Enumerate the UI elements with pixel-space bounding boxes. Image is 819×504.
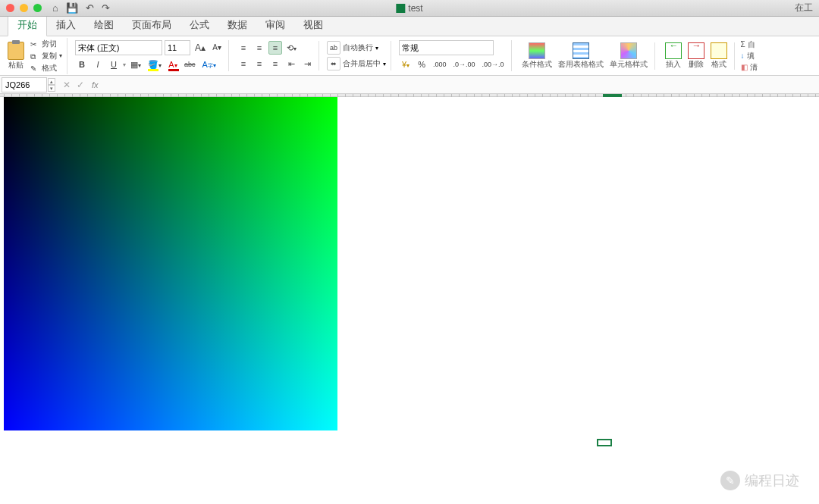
tab-view[interactable]: 视图 (294, 14, 332, 36)
home-icon[interactable]: ⌂ (52, 2, 58, 14)
percent-button[interactable]: % (415, 58, 428, 71)
cell-styles-icon (620, 42, 637, 59)
font-name-select[interactable] (75, 40, 162, 55)
formula-bar: JQ266 ▴▾ ✕ ✓ fx (0, 76, 819, 94)
comma-style-button[interactable]: .000 (431, 58, 449, 71)
selected-cell-outline (597, 439, 612, 446)
decrease-indent-button[interactable]: ⇤ (284, 57, 298, 70)
watermark-text: 编程日迹 (745, 471, 799, 490)
scissors-icon: ✂ (30, 40, 39, 48)
border-button[interactable]: ▦▾ (128, 58, 143, 71)
insert-cells-button[interactable]: ← 插入 (663, 42, 684, 70)
quick-access-toolbar: ⌂ 💾 ↶ ↷ (52, 2, 110, 14)
tab-insert[interactable]: 插入 (47, 14, 85, 36)
align-top-button[interactable]: ≡ (237, 41, 250, 55)
paste-label: 粘贴 (8, 60, 24, 70)
cell-styles-button[interactable]: 单元格样式 (607, 42, 650, 70)
align-right-button[interactable]: ≡ (268, 57, 282, 70)
italic-button[interactable]: I (91, 58, 105, 71)
increase-indent-button[interactable]: ⇥ (300, 57, 314, 70)
undo-icon[interactable]: ↶ (86, 2, 94, 14)
gradient-cells-block (4, 97, 337, 430)
maximize-window-button[interactable] (33, 4, 42, 12)
sigma-icon: Σ (741, 40, 745, 49)
tab-draw[interactable]: 绘图 (85, 14, 123, 36)
tab-formulas[interactable]: 公式 (180, 14, 218, 36)
delete-icon: → (688, 42, 704, 59)
fill-color-button[interactable]: 🪣▾ (146, 58, 164, 71)
format-painter-button[interactable]: ✎格式 (30, 63, 62, 74)
font-size-select[interactable] (165, 40, 190, 55)
tab-home[interactable]: 开始 (8, 14, 47, 36)
formula-input[interactable] (102, 77, 819, 92)
chevron-up-icon[interactable]: ▴ (48, 78, 55, 85)
bold-button[interactable]: B (75, 58, 89, 71)
font-color-button[interactable]: A▾ (166, 58, 180, 71)
excel-icon (396, 4, 405, 13)
orientation-button[interactable]: ⟲▾ (284, 41, 299, 55)
paste-icon (8, 42, 24, 60)
tab-review[interactable]: 审阅 (256, 14, 294, 36)
chevron-down-icon[interactable]: ▾ (48, 85, 55, 92)
underline-button[interactable]: U (107, 58, 121, 71)
ribbon: 粘贴 ✂剪切 ⧉复制▾ ✎格式 A▴ A▾ B I U ▾ ▦▾ 🪣▾ A▾ a… (0, 36, 819, 76)
copy-icon: ⧉ (30, 52, 39, 60)
brush-icon: ✎ (30, 64, 39, 72)
down-arrow-icon: ↓ (741, 52, 745, 60)
conditional-formatting-button[interactable]: 条件格式 (519, 42, 554, 70)
namebox-stepper[interactable]: ▴▾ (48, 78, 55, 92)
watermark-icon (720, 471, 740, 490)
decrease-font-button[interactable]: A▾ (210, 41, 224, 55)
redo-icon[interactable]: ↷ (102, 2, 110, 14)
fill-button[interactable]: ↓填 (741, 51, 758, 61)
save-icon[interactable]: 💾 (66, 2, 78, 14)
column-selection-marker (603, 94, 622, 97)
clear-button[interactable]: ◧清 (741, 62, 758, 73)
fx-icon[interactable]: fx (92, 80, 99, 89)
worksheet-area[interactable] (0, 94, 819, 465)
wrap-text-button[interactable]: ab 自动换行 ▾ (327, 41, 386, 55)
conditional-formatting-icon (529, 42, 545, 59)
paste-button[interactable]: 粘贴 (5, 38, 27, 74)
format-icon (711, 42, 727, 59)
align-middle-button[interactable]: ≡ (253, 41, 266, 55)
close-window-button[interactable] (6, 4, 14, 12)
document-title: test (396, 3, 422, 14)
align-center-button[interactable]: ≡ (253, 57, 266, 70)
align-left-button[interactable]: ≡ (237, 57, 250, 70)
eraser-icon: ◧ (741, 63, 748, 71)
title-right-text: 在工 (795, 2, 813, 14)
strikethrough-button[interactable]: abc (182, 58, 198, 71)
autosum-button[interactable]: Σ自 (741, 39, 758, 50)
decrease-decimal-button[interactable]: .00→.0 (480, 58, 507, 71)
insert-icon: ← (665, 42, 682, 59)
table-icon (573, 42, 589, 59)
minimize-window-button[interactable] (20, 4, 28, 12)
increase-font-button[interactable]: A▴ (193, 41, 208, 55)
tab-data[interactable]: 数据 (218, 14, 256, 36)
document-name: test (408, 3, 422, 14)
cancel-formula-button[interactable]: ✕ (63, 80, 71, 90)
currency-button[interactable]: ¥▾ (399, 58, 413, 71)
cut-button[interactable]: ✂剪切 (30, 39, 62, 49)
number-format-select[interactable] (399, 40, 494, 55)
ribbon-tabs: 开始 插入 绘图 页面布局 公式 数据 审阅 视图 (0, 17, 819, 36)
confirm-formula-button[interactable]: ✓ (77, 80, 84, 90)
align-bottom-button[interactable]: ≡ (268, 41, 282, 55)
titlebar: ⌂ 💾 ↶ ↷ test 在工 (0, 0, 819, 17)
phonetic-button[interactable]: A字▾ (200, 58, 218, 71)
delete-cells-button[interactable]: → 删除 (686, 42, 707, 70)
copy-button[interactable]: ⧉复制▾ (30, 51, 62, 61)
format-cells-button[interactable]: 格式 (708, 42, 730, 70)
increase-decimal-button[interactable]: .0→.00 (451, 58, 478, 71)
name-box[interactable]: JQ266 (2, 77, 47, 92)
window-controls (6, 4, 42, 12)
watermark: 编程日迹 (720, 471, 799, 490)
merge-center-button[interactable]: ⬌ 合并后居中 ▾ (327, 57, 386, 70)
tab-page-layout[interactable]: 页面布局 (123, 14, 180, 36)
format-as-table-button[interactable]: 套用表格格式 (556, 42, 606, 70)
